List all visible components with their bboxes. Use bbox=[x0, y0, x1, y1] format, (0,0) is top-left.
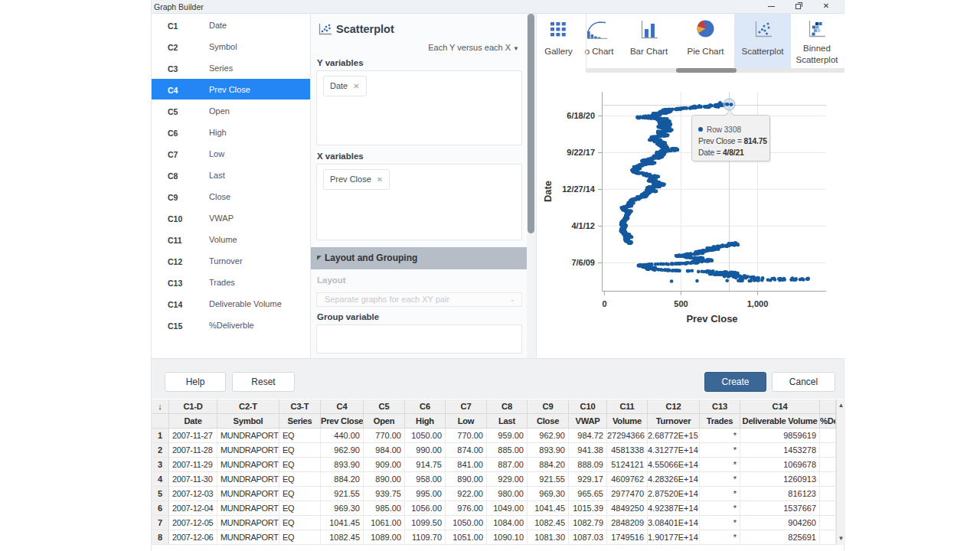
svg-text:Prev Close = 814.75: Prev Close = 814.75 bbox=[698, 137, 767, 145]
svg-text:0: 0 bbox=[602, 299, 606, 308]
svg-text:Date: Date bbox=[542, 181, 554, 202]
svg-text:7/6/09: 7/6/09 bbox=[571, 258, 595, 267]
svg-text:500: 500 bbox=[674, 299, 688, 308]
svg-text:9/22/17: 9/22/17 bbox=[567, 148, 595, 157]
svg-text:Prev Close: Prev Close bbox=[686, 313, 737, 324]
svg-text:6/18/20: 6/18/20 bbox=[567, 111, 595, 120]
svg-text:4/1/12: 4/1/12 bbox=[571, 221, 595, 230]
svg-text:12/27/14: 12/27/14 bbox=[562, 184, 596, 194]
svg-text:Row 3308: Row 3308 bbox=[707, 126, 741, 134]
svg-text:Date = 4/8/21: Date = 4/8/21 bbox=[698, 148, 744, 157]
svg-text:1,000: 1,000 bbox=[747, 299, 769, 308]
